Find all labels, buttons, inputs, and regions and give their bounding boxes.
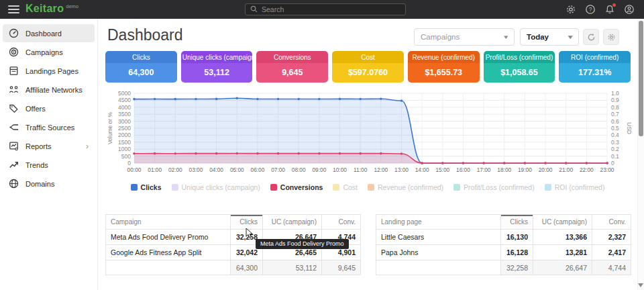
- cell-value: 13,281: [533, 245, 592, 260]
- page-title: Dashboard: [107, 26, 183, 44]
- cell-value: 2,417: [592, 245, 631, 260]
- svg-text:13:00: 13:00: [394, 166, 409, 173]
- chevron-right-icon: ›: [86, 142, 89, 150]
- metric-card-profit-loss-confirmed-[interactable]: Profit/Loss (confirmed)$1,058.65: [484, 51, 555, 83]
- refresh-button[interactable]: [583, 29, 599, 45]
- dashboard-settings-button[interactable]: [603, 29, 619, 45]
- column-header-uc-campaign-[interactable]: UC (campaign): [263, 215, 322, 230]
- legend-label: Revenue (confirmed): [378, 183, 443, 191]
- target-icon: [9, 47, 19, 57]
- table-row[interactable]: Little Caesars16,13013,3662,327: [376, 230, 631, 245]
- column-header-clicks[interactable]: Clicks: [231, 215, 263, 230]
- menu-toggle-icon[interactable]: [8, 5, 19, 13]
- legend-label: ROI (confirmed): [555, 183, 605, 191]
- sidebar-item-traffic-sources[interactable]: Traffic Sources: [3, 118, 95, 136]
- legend-item-conversions[interactable]: Conversions: [270, 183, 323, 191]
- settings-icon[interactable]: [566, 4, 576, 15]
- legend-label: Clicks: [141, 183, 162, 191]
- metric-label: Clicks: [105, 51, 177, 63]
- svg-text:01:00: 01:00: [148, 166, 162, 173]
- svg-text:04:00: 04:00: [209, 166, 223, 173]
- vertical-scrollbar[interactable]: [637, 19, 644, 290]
- metric-card-roi-confirmed-[interactable]: ROI (confirmed)177.31%: [559, 51, 631, 83]
- sidebar-item-dashboard[interactable]: Dashboard: [3, 24, 95, 42]
- svg-text:09:00: 09:00: [312, 166, 326, 173]
- svg-text:1.0: 1.0: [611, 90, 619, 97]
- column-header-uc-campaign-[interactable]: UC (campaign): [533, 215, 592, 230]
- svg-text:0: 0: [611, 160, 614, 166]
- column-header-conv-[interactable]: Conv.: [322, 215, 361, 230]
- cell-name: Google Ads Fitness App Split: [106, 245, 231, 260]
- svg-text:0.1: 0.1: [611, 153, 619, 160]
- metric-label: Revenue (confirmed): [408, 51, 480, 63]
- metric-card-unique-clicks-campaign-[interactable]: Unique clicks (campaign)53,112: [181, 51, 253, 83]
- sidebar-item-affiliate-networks[interactable]: Affiliate Networks: [3, 81, 95, 99]
- global-search[interactable]: [245, 3, 406, 15]
- legend-item-clicks[interactable]: Clicks: [131, 183, 162, 191]
- scrollbar-thumb[interactable]: [639, 21, 643, 136]
- gauge-icon: [9, 28, 19, 38]
- legend-swatch: [172, 184, 178, 191]
- column-header-conv-[interactable]: Conv.: [592, 215, 631, 230]
- metric-value: $597.0760: [332, 63, 404, 83]
- sidebar-item-campaigns[interactable]: Campaigns: [3, 43, 95, 61]
- landing-pages-table: Landing pageClicksUC (campaign)Conv.Litt…: [376, 214, 631, 275]
- sidebar-item-label: Dashboard: [25, 30, 62, 38]
- legend-item-unique-clicks-campaign-[interactable]: Unique clicks (campaign): [172, 183, 260, 191]
- account-icon[interactable]: [624, 4, 635, 15]
- column-header-clicks[interactable]: Clicks: [501, 215, 533, 230]
- search-input[interactable]: [262, 5, 400, 13]
- svg-text:00:00: 00:00: [127, 166, 142, 173]
- svg-text:19:00: 19:00: [518, 166, 532, 173]
- notification-dot: [612, 3, 616, 7]
- legend-swatch: [270, 184, 277, 191]
- sidebar-item-offers[interactable]: Offers: [3, 99, 95, 117]
- date-range-select[interactable]: Today ▾: [520, 28, 579, 46]
- svg-text:08:00: 08:00: [292, 166, 306, 173]
- svg-text:06:00: 06:00: [251, 166, 265, 173]
- legend-item-cost[interactable]: Cost: [333, 183, 358, 191]
- keitaro-logo[interactable]: Keitarodemo: [25, 3, 78, 15]
- column-header-landing-page[interactable]: Landing page: [376, 215, 501, 230]
- svg-text:500: 500: [121, 153, 131, 160]
- svg-text:12:00: 12:00: [374, 166, 388, 173]
- legend-label: Profit/Loss (confirmed): [464, 183, 535, 191]
- svg-text:?: ?: [589, 6, 592, 13]
- total-value: 64,300: [231, 260, 263, 275]
- metric-card-cost[interactable]: Cost$597.0760: [332, 51, 404, 83]
- legend-item-revenue-confirmed-[interactable]: Revenue (confirmed): [368, 183, 443, 191]
- column-header-campaign[interactable]: Campaign: [106, 215, 231, 230]
- total-value: 4,744: [592, 260, 631, 275]
- legend-item-roi-confirmed-[interactable]: ROI (confirmed): [545, 183, 605, 191]
- campaigns-filter-select[interactable]: Campaigns ▾: [414, 28, 515, 46]
- metric-value: $1,655.73: [408, 63, 480, 83]
- svg-text:0.2: 0.2: [611, 146, 619, 152]
- svg-text:0.8: 0.8: [611, 104, 619, 111]
- svg-text:4500: 4500: [118, 97, 131, 103]
- svg-text:20:00: 20:00: [539, 166, 553, 173]
- keitaro-dashboard-app: Keitarodemo ? DashboardCampaignsLandings: [0, 0, 644, 290]
- svg-text:15:00: 15:00: [435, 166, 449, 173]
- metric-card-conversions[interactable]: Conversions9,645: [256, 51, 328, 83]
- total-value: 32,258: [501, 260, 533, 275]
- metric-card-revenue-confirmed-[interactable]: Revenue (confirmed)$1,655.73: [408, 51, 480, 83]
- legend-item-profit-loss-confirmed-[interactable]: Profit/Loss (confirmed): [453, 183, 535, 191]
- notifications-bell-icon[interactable]: [604, 4, 615, 15]
- sidebar-item-domains[interactable]: Domains: [3, 175, 95, 193]
- topbar-icons: ?: [566, 0, 635, 19]
- metric-card-clicks[interactable]: Clicks64,300: [105, 51, 177, 83]
- metric-label: Conversions: [256, 51, 328, 63]
- svg-text:1000: 1000: [118, 146, 131, 152]
- legend-swatch: [131, 184, 138, 191]
- table-row[interactable]: Papa Johns16,12813,2812,417: [376, 245, 631, 260]
- help-icon[interactable]: ?: [585, 4, 596, 15]
- sidebar-item-reports[interactable]: Reports›: [3, 137, 95, 155]
- svg-text:0: 0: [127, 160, 131, 166]
- scrollbar-down-arrow-icon[interactable]: [638, 283, 643, 287]
- report-icon: [9, 141, 19, 151]
- sidebar-item-landings-pages[interactable]: Landings Pages: [3, 62, 95, 80]
- traffic-chart: 005000.110000.215000.320000.425000.53000…: [104, 88, 634, 181]
- network-icon: [9, 85, 19, 95]
- cell-value: 16,130: [501, 230, 533, 245]
- sidebar-item-trends[interactable]: Trends: [3, 156, 95, 174]
